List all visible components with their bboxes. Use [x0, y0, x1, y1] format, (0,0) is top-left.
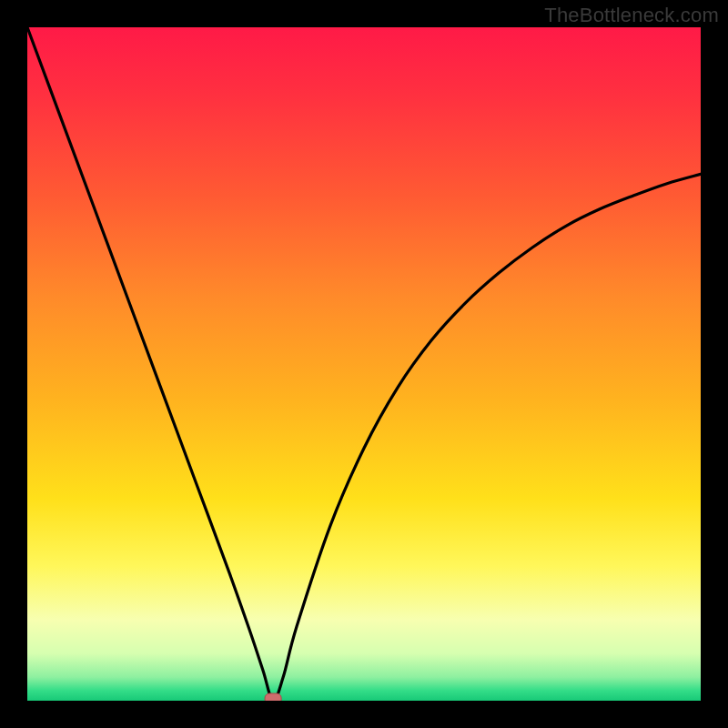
chart-frame: TheBottleneck.com [0, 0, 728, 728]
bottleneck-chart [27, 27, 701, 701]
optimal-point-marker [265, 693, 281, 701]
chart-background [27, 27, 701, 701]
watermark-text: TheBottleneck.com [544, 4, 719, 27]
